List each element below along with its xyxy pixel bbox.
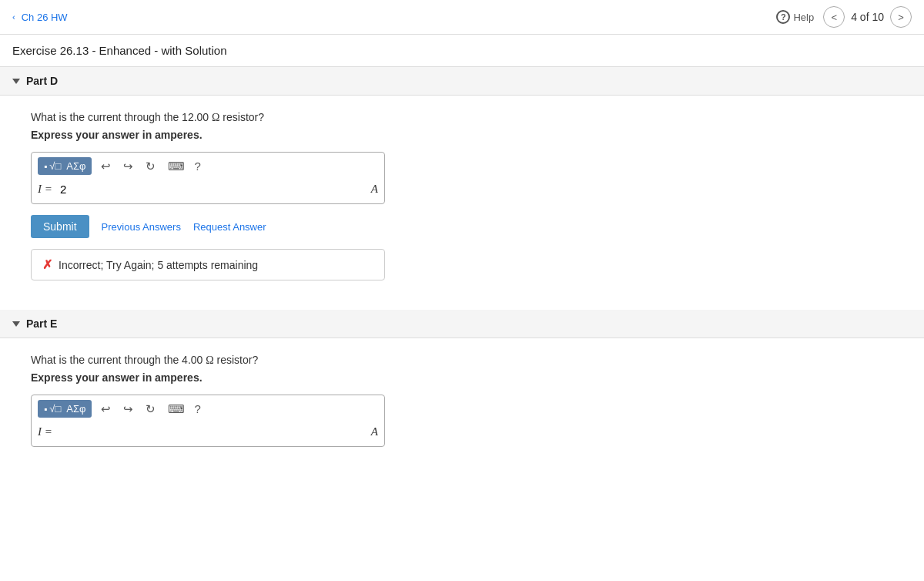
collapse-triangle-e-icon (12, 321, 20, 327)
help-button[interactable]: ? Help (776, 10, 814, 24)
part-d-redo-button[interactable]: ↪ (120, 158, 136, 175)
part-d-content: What is the current through the 12.00 Ω … (0, 96, 924, 304)
part-e-note: Express your answer in amperes. (31, 371, 893, 384)
part-d-help-icon[interactable]: ? (194, 160, 200, 173)
part-d-submit-button[interactable]: Submit (31, 215, 89, 238)
part-e-answer-row: I = A (38, 422, 378, 442)
help-circle-icon: ? (776, 10, 790, 24)
part-e-help-icon[interactable]: ? (194, 402, 200, 415)
part-d-actions-row: Submit Previous Answers Request Answer (31, 215, 893, 238)
error-x-icon: ✗ (42, 257, 52, 272)
part-e-toolbar: ▪ √□ ΑΣφ ↩ ↪ ↻ ⌨ ? (38, 400, 378, 418)
part-d-toolbar: ▪ √□ ΑΣφ ↩ ↪ ↻ ⌨ ? (38, 157, 378, 175)
part-d-section-header[interactable]: Part D (0, 67, 924, 96)
part-e-format-button[interactable]: ▪ √□ ΑΣφ (38, 400, 92, 418)
part-d-answer-label: I = (38, 183, 52, 196)
part-e-content: What is the current through the 4.00 Ω r… (0, 338, 924, 481)
part-e-answer-input[interactable] (59, 422, 362, 442)
format-label: √□ (49, 160, 61, 172)
page-info: 4 of 10 (851, 11, 884, 23)
help-label: Help (793, 12, 814, 23)
part-d-answer-unit: A (368, 183, 378, 196)
top-bar-right: ? Help < 4 of 10 > (776, 6, 912, 28)
part-d-input-box: ▪ √□ ΑΣφ ↩ ↪ ↻ ⌨ ? I = A (31, 152, 385, 204)
part-d-question: What is the current through the 12.00 Ω … (31, 111, 893, 124)
prev-page-button[interactable]: < (823, 6, 845, 28)
top-bar-left: ‹ Ch 26 HW (12, 12, 68, 23)
page-nav: < 4 of 10 > (823, 6, 912, 28)
part-e-keyboard-button[interactable]: ⌨ (165, 401, 188, 418)
part-e-question: What is the current through the 4.00 Ω r… (31, 354, 893, 367)
part-d-refresh-button[interactable]: ↻ (142, 158, 159, 175)
symbols-label-e: ΑΣφ (66, 403, 85, 415)
exercise-header: Exercise 26.13 - Enhanced - with Solutio… (0, 35, 924, 67)
part-d-label: Part D (26, 75, 58, 87)
sq-icon-e: ▪ (44, 404, 47, 415)
part-e-redo-button[interactable]: ↪ (120, 401, 136, 418)
part-d-note: Express your answer in amperes. (31, 129, 893, 141)
sq-icon: ▪ (44, 161, 47, 172)
part-d-request-answer-link[interactable]: Request Answer (193, 221, 266, 233)
part-d-answer-input[interactable] (59, 180, 362, 199)
part-e-answer-label: I = (38, 425, 52, 438)
part-d-error-box: ✗ Incorrect; Try Again; 5 attempts remai… (31, 249, 385, 280)
part-d-prev-answers-link[interactable]: Previous Answers (102, 221, 181, 233)
omega-symbol-e: Ω (206, 354, 213, 366)
top-bar: ‹ Ch 26 HW ? Help < 4 of 10 > (0, 0, 924, 35)
exercise-title: Exercise 26.13 - Enhanced - with Solutio… (12, 44, 227, 57)
part-e-refresh-button[interactable]: ↻ (142, 401, 159, 418)
part-d-error-message: Incorrect; Try Again; 5 attempts remaini… (59, 259, 258, 271)
part-d-format-button[interactable]: ▪ √□ ΑΣφ (38, 157, 92, 175)
part-e-undo-button[interactable]: ↩ (98, 401, 114, 418)
next-page-button[interactable]: > (890, 6, 912, 28)
omega-symbol-d: Ω (212, 112, 219, 123)
part-d-undo-button[interactable]: ↩ (98, 158, 114, 175)
back-chevron-icon: ‹ (12, 12, 15, 22)
part-e-section-header[interactable]: Part E (0, 310, 924, 338)
part-e-answer-unit: A (368, 425, 378, 438)
part-d-answer-row: I = A (38, 180, 378, 199)
symbols-label: ΑΣφ (66, 160, 85, 172)
part-e-input-box: ▪ √□ ΑΣφ ↩ ↪ ↻ ⌨ ? I = A (31, 395, 385, 447)
part-e-label: Part E (26, 317, 57, 330)
collapse-triangle-icon (12, 79, 20, 84)
back-link[interactable]: Ch 26 HW (22, 12, 68, 23)
format-label-e: √□ (49, 403, 61, 415)
part-d-keyboard-button[interactable]: ⌨ (165, 158, 188, 175)
